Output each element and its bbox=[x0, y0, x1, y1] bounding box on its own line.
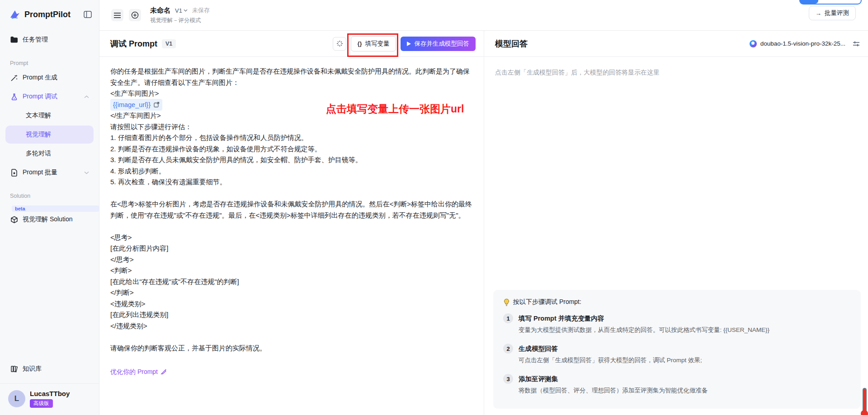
answer-panel-title: 模型回答 bbox=[495, 38, 528, 49]
sidebar-item-knowledge-base[interactable]: 知识库 bbox=[5, 360, 94, 378]
sidebar-section-solution: Solution bbox=[10, 193, 99, 199]
chevron-up-icon[interactable] bbox=[84, 95, 89, 98]
step-content: 添加至评测集 将数据（模型回答、评分、理想回答）添加至评测集为智能优化做准备 bbox=[519, 374, 708, 395]
panels: 调试 Prompt V1 {} 填写变量 bbox=[99, 31, 868, 415]
debug-steps-guide: 按以下步骤调试 Prompt: 1 填写 Prompt 并填充变量内容 变量为大… bbox=[493, 290, 861, 409]
guide-step: 1 填写 Prompt 并填充变量内容 变量为大模型提供测试数据，从而生成特定的… bbox=[503, 313, 851, 334]
sidebar-item-label: Prompt 批量 bbox=[23, 168, 57, 177]
book-icon bbox=[10, 365, 18, 373]
document-info: 未命名 V1 未保存 视觉理解－评分模式 bbox=[150, 6, 210, 24]
unsaved-status: 未保存 bbox=[192, 6, 210, 14]
user-profile[interactable]: L LucasTTboy 高级版 bbox=[0, 383, 99, 415]
step-title: 填写 Prompt 并填充变量内容 bbox=[519, 314, 769, 323]
debug-prompt-panel: 调试 Prompt V1 {} 填写变量 bbox=[99, 31, 484, 415]
batch-eval-button[interactable]: → 批量评测 bbox=[809, 6, 856, 20]
model-name[interactable]: doubao-1.5-vision-pro-32k-25... bbox=[760, 40, 845, 47]
debug-panel-title: 调试 Prompt bbox=[110, 38, 157, 49]
model-settings-icon[interactable] bbox=[853, 41, 860, 47]
model-selector[interactable]: doubao-1.5-vision-pro-32k-25... bbox=[750, 40, 860, 47]
new-task-button[interactable] bbox=[129, 9, 141, 21]
guide-step: 3 添加至评测集 将数据（模型回答、评分、理想回答）添加至评测集为智能优化做准备 bbox=[503, 374, 851, 395]
guide-steps: 1 填写 Prompt 并填充变量内容 变量为大模型提供测试数据，从而生成特定的… bbox=[503, 313, 851, 395]
cube-icon bbox=[10, 215, 18, 224]
sidebar-collapse-icon[interactable] bbox=[84, 11, 92, 18]
step-description: 变量为大模型提供测试数据，从而生成特定的回答。可以按此格式书写变量: {{USE… bbox=[519, 326, 769, 334]
sidebar: PromptPilot 任务管理 Prompt Prompt 生成 bbox=[0, 0, 99, 415]
step-description: 可点击左侧「生成模型回答」获得大模型的回答，调试 Prompt 效果; bbox=[519, 356, 702, 364]
sidebar-item-label: Prompt 调试 bbox=[23, 93, 57, 101]
braces-icon: {} bbox=[357, 40, 362, 47]
magic-edit-icon bbox=[160, 368, 167, 375]
flask-icon bbox=[10, 93, 18, 101]
sidebar-bottom: 知识库 L LucasTTboy 高级版 bbox=[0, 359, 99, 415]
document-title[interactable]: 未命名 bbox=[150, 6, 170, 15]
topbar: 未命名 V1 未保存 视觉理解－评分模式 → 批量评测 bbox=[99, 0, 868, 31]
sparkle-icon bbox=[336, 40, 343, 47]
guide-step: 2 生成模型回答 可点击左侧「生成模型回答」获得大模型的回答，调试 Prompt… bbox=[503, 344, 851, 364]
sidebar-item-prompt-debug[interactable]: Prompt 调试 bbox=[5, 88, 94, 106]
ai-sparkle-button[interactable] bbox=[333, 37, 346, 51]
version-badge: V1 bbox=[162, 39, 176, 48]
doubao-model-icon bbox=[750, 40, 757, 47]
sidebar-subitem-multiturn-dialog[interactable]: 多轮对话 bbox=[5, 145, 94, 163]
sidebar-item-vision-solution[interactable]: 视觉理解 Solution bbox=[5, 210, 94, 228]
sidebar-item-label: Prompt 生成 bbox=[23, 74, 57, 82]
guide-title: 按以下步骤调试 Prompt: bbox=[513, 298, 581, 306]
toggle-fill bbox=[800, 0, 818, 4]
chevron-down-icon bbox=[184, 9, 188, 12]
scroll-indicator-bulb bbox=[861, 410, 868, 415]
avatar: L bbox=[8, 390, 25, 407]
optimize-prompt-link[interactable]: 优化你的 Prompt bbox=[110, 366, 473, 378]
debug-panel-header: 调试 Prompt V1 {} 填写变量 bbox=[99, 31, 484, 57]
top-right-partial-toggle[interactable] bbox=[799, 0, 862, 5]
brand-name: PromptPilot bbox=[24, 10, 71, 19]
sidebar-subitem-text-understanding[interactable]: 文本理解 bbox=[5, 107, 94, 125]
sidebar-item-label: 文本理解 bbox=[26, 112, 51, 120]
play-icon bbox=[407, 42, 411, 46]
prompt-text-part2: </生产车间图片> 请按照以下步骤进行评估： 1. 仔细查看图片的各个部分，包括… bbox=[110, 110, 473, 354]
sidebar-item-label: 任务管理 bbox=[23, 36, 48, 44]
step-description: 将数据（模型回答、评分、理想回答）添加至评测集为智能优化做准备 bbox=[519, 387, 708, 395]
answer-placeholder: 点击左侧「生成模型回答」后，大模型的回答将显示在这里 bbox=[484, 57, 868, 89]
menu-button[interactable] bbox=[111, 9, 123, 21]
sidebar-item-prompt-batch[interactable]: Prompt 批量 bbox=[5, 163, 94, 182]
arrow-right-icon: → bbox=[816, 10, 822, 17]
scroll-indicator[interactable] bbox=[863, 388, 867, 415]
prompt-text-part1: 你的任务是根据生产车间的图片，判断生产车间是否存在违规操作设备和未佩戴安全防护用… bbox=[110, 66, 473, 99]
sidebar-item-label: 视觉理解 bbox=[26, 131, 51, 139]
chevron-down-icon[interactable] bbox=[84, 171, 89, 174]
magic-wand-icon bbox=[10, 74, 18, 82]
save-generate-button[interactable]: 保存并生成模型回答 bbox=[401, 37, 476, 51]
step-title: 生成模型回答 bbox=[519, 345, 702, 353]
image-url-variable-chip[interactable]: {{image_url}} bbox=[110, 99, 162, 111]
document-star-icon bbox=[10, 168, 18, 177]
sidebar-item-label: 多轮对话 bbox=[26, 149, 51, 158]
answer-panel-header: 模型回答 doubao-1.5-vision-pro-32k-25... bbox=[484, 31, 868, 57]
model-answer-panel: 模型回答 doubao-1.5-vision-pro-32k-25... 点击左… bbox=[484, 31, 868, 415]
app-root: PromptPilot 任务管理 Prompt Prompt 生成 bbox=[0, 0, 868, 415]
step-number: 2 bbox=[503, 344, 513, 354]
step-content: 生成模型回答 可点击左侧「生成模型回答」获得大模型的回答，调试 Prompt 效… bbox=[519, 344, 702, 364]
premium-badge: 高级版 bbox=[30, 399, 53, 408]
user-name: LucasTTboy bbox=[30, 390, 70, 397]
mode-subtitle: 视觉理解－评分模式 bbox=[150, 17, 210, 24]
step-number: 1 bbox=[503, 313, 513, 323]
sidebar-item-prompt-generate[interactable]: Prompt 生成 bbox=[5, 69, 94, 87]
step-number: 3 bbox=[503, 374, 513, 384]
prompt-editor[interactable]: 你的任务是根据生产车间的图片，判断生产车间是否存在违规操作设备和未佩戴安全防护用… bbox=[99, 57, 484, 387]
guide-title-row: 按以下步骤调试 Prompt: bbox=[503, 298, 851, 306]
expand-variable-icon[interactable] bbox=[154, 102, 160, 107]
step-content: 填写 Prompt 并填充变量内容 变量为大模型提供测试数据，从而生成特定的回答… bbox=[519, 313, 769, 334]
sidebar-item-label: 视觉理解 Solution bbox=[23, 215, 72, 224]
sidebar-item-label: 知识库 bbox=[23, 365, 42, 373]
sidebar-section-prompt: Prompt bbox=[10, 60, 99, 66]
sidebar-subitem-vision-understanding[interactable]: 视觉理解 bbox=[5, 126, 94, 144]
promptpilot-logo-icon bbox=[9, 9, 21, 20]
version-selector[interactable]: V1 bbox=[175, 7, 188, 14]
fill-variables-button[interactable]: {} 填写变量 bbox=[351, 36, 396, 51]
folder-icon bbox=[10, 36, 18, 44]
step-title: 添加至评测集 bbox=[519, 375, 708, 383]
lightbulb-icon bbox=[503, 298, 510, 306]
user-meta: LucasTTboy 高级版 bbox=[30, 390, 70, 408]
sidebar-item-task-management[interactable]: 任务管理 bbox=[5, 31, 94, 49]
